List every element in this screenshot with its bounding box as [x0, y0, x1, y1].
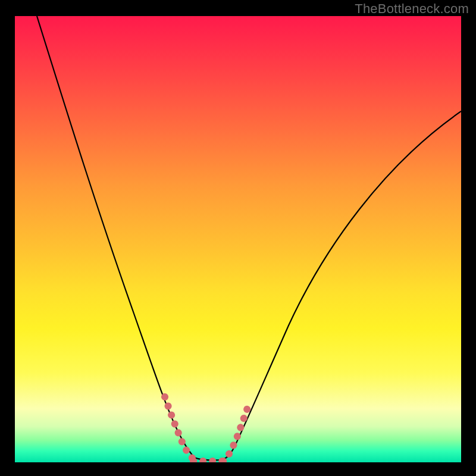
chart-frame: TheBottleneck.com: [0, 0, 476, 476]
highlight-right: [223, 406, 248, 461]
watermark-text: TheBottleneck.com: [355, 1, 469, 17]
highlight-left: [165, 397, 197, 461]
plot-area: [15, 16, 461, 462]
bottleneck-curve: [15, 16, 461, 462]
curve-path: [37, 16, 461, 460]
